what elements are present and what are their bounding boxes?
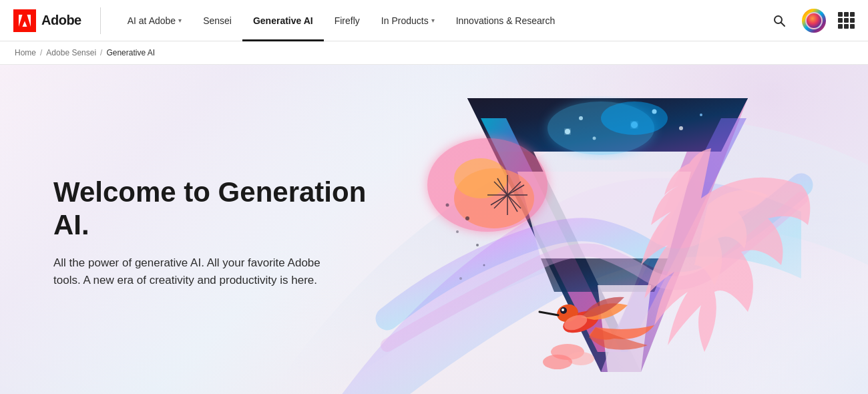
svg-point-47 — [543, 355, 572, 369]
nav-link-in-products[interactable]: In Products ▾ — [371, 0, 445, 41]
svg-point-43 — [562, 309, 564, 311]
nav-link-generative-ai[interactable]: Generative AI — [242, 0, 324, 41]
svg-rect-0 — [13, 9, 36, 32]
nav-link-ai-at-adobe[interactable]: AI at Adobe ▾ — [117, 0, 192, 41]
svg-point-29 — [459, 277, 462, 280]
svg-point-27 — [446, 204, 449, 207]
hero-section: Welcome to Generation AI. All the power … — [0, 65, 868, 394]
avatar-image — [805, 12, 823, 29]
apps-button[interactable] — [838, 12, 855, 29]
breadcrumb-current: Generative AI — [106, 48, 155, 57]
svg-point-35 — [679, 126, 683, 130]
nav-link-innovations-research[interactable]: Innovations & Research — [445, 0, 566, 41]
avatar[interactable] — [802, 9, 826, 33]
adobe-icon — [13, 9, 36, 32]
chevron-down-icon: ▾ — [178, 17, 182, 24]
chevron-down-icon: ▾ — [431, 17, 435, 24]
svg-point-25 — [476, 244, 479, 246]
nav-links: AI at Adobe ▾ Sensei Generative AI Firef… — [117, 0, 769, 41]
nav-link-sensei[interactable]: Sensei — [192, 0, 242, 41]
hero-content: Welcome to Generation AI. All the power … — [0, 176, 374, 289]
hero-subtitle: All the power of generative AI. All your… — [53, 254, 347, 290]
logo-text: Adobe — [41, 13, 81, 28]
svg-line-2 — [781, 22, 785, 26]
svg-point-38 — [601, 102, 668, 135]
svg-point-28 — [483, 264, 485, 266]
breadcrumb-home[interactable]: Home — [15, 48, 36, 57]
search-icon — [773, 14, 786, 27]
breadcrumb-sensei[interactable]: Adobe Sensei — [46, 48, 96, 57]
svg-point-26 — [456, 230, 459, 233]
nav-link-firefly[interactable]: Firefly — [324, 0, 371, 41]
nav-right — [769, 9, 855, 33]
nav-divider — [100, 7, 101, 34]
search-button[interactable] — [769, 10, 790, 31]
breadcrumb: Home / Adobe Sensei / Generative AI — [0, 41, 868, 65]
hero-title: Welcome to Generation AI. — [53, 176, 374, 241]
svg-point-36 — [700, 114, 702, 116]
svg-point-17 — [454, 158, 507, 198]
svg-point-24 — [465, 216, 469, 220]
logo[interactable]: Adobe — [13, 9, 81, 32]
navbar: Adobe AI at Adobe ▾ Sensei Generative AI… — [0, 0, 868, 41]
